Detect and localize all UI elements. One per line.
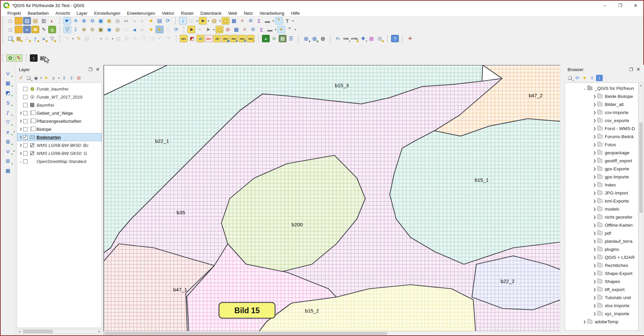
layer-item-baumfrei[interactable]: Baumfrei <box>17 101 102 109</box>
key-tool-icon[interactable]: ✦ <box>277 26 285 33</box>
layer-checkbox[interactable] <box>23 159 28 164</box>
toolbar-handle[interactable] <box>175 17 177 24</box>
expander-icon[interactable]: ❯ <box>592 111 597 114</box>
expander-icon[interactable]: ❯ <box>592 167 597 171</box>
expander-icon[interactable]: ❯ <box>592 175 597 179</box>
layer-item-bodenarten[interactable]: ❯Bodenarten <box>17 133 102 141</box>
expander-icon[interactable]: ❯ <box>18 127 23 131</box>
map-canvas[interactable]: b15_3b47_2b22_1b15_1b35b200b47_1b22_2b15… <box>103 65 560 335</box>
browser-item-tutorials-und[interactable]: ❯Tutorials und <box>565 293 638 301</box>
expander-icon[interactable]: ❯ <box>592 304 597 307</box>
run-feature-action-icon[interactable]: ◎ <box>187 17 195 24</box>
plugin-green-icon[interactable]: + <box>262 35 270 42</box>
filter-expression-icon-dropdown[interactable]: ▾ <box>57 76 60 79</box>
new-doc-icon[interactable]: □ <box>6 26 14 33</box>
deselect-features-icon[interactable]: ▢ <box>222 17 229 24</box>
color-grid-icon[interactable]: ▦ <box>368 35 375 42</box>
mag-zoom-full-icon[interactable]: ▣ <box>97 26 105 33</box>
redo-icon[interactable]: ↷ <box>165 35 172 42</box>
edit-page-icon[interactable]: ✎ <box>40 26 48 33</box>
save-project-icon[interactable]: ▤ <box>23 17 31 24</box>
select-rectangle-icon-dropdown[interactable]: ▾ <box>212 28 215 31</box>
panel-splitter[interactable] <box>560 65 564 335</box>
browser-item-csv-exporte[interactable]: ❯csv_exporte <box>565 116 638 124</box>
expander-icon[interactable]: ❯ <box>592 191 597 195</box>
mag-zoom-out-icon[interactable]: ⊖ <box>89 26 96 33</box>
label-diagram-icon[interactable]: ◩ <box>188 35 196 42</box>
mesh-grid-icon[interactable]: ⊞+ <box>4 157 12 165</box>
expander-icon[interactable]: ❯ <box>592 288 597 291</box>
layer-checkbox[interactable] <box>23 87 28 91</box>
layer-checkbox[interactable] <box>23 103 28 107</box>
select-by-expression-icon[interactable]: ▤ <box>210 17 218 24</box>
change-label-icon[interactable]: abc✎ <box>247 35 255 42</box>
expander-icon[interactable]: ❯ <box>18 135 23 139</box>
expander-icon[interactable]: ❯ <box>592 264 597 267</box>
select-cursor-disabled-icon[interactable]: ➤ <box>196 26 204 33</box>
ruler-icon-dropdown[interactable]: ▾ <box>274 28 277 31</box>
zoom-in-icon[interactable]: ⊕ <box>80 17 88 24</box>
toolbar-handle[interactable] <box>298 35 301 42</box>
toolbar-handle[interactable] <box>387 35 389 42</box>
expander-icon[interactable]: ❯ <box>592 256 597 259</box>
browser-item-beide-biotope[interactable]: ❯Beide Biotope <box>565 92 638 100</box>
crosshair-icon[interactable]: ✛ <box>406 35 414 42</box>
browser-filter-icon[interactable]: ▼ <box>581 75 588 81</box>
browser-item-shapes[interactable]: ❯Shapes <box>565 277 638 285</box>
remove-layer-icon[interactable]: ⊟ <box>75 75 82 81</box>
expander-icon[interactable]: ❯ <box>592 135 597 138</box>
new-gpx-icon[interactable]: ƒ+ <box>4 108 12 116</box>
blank-page-icon[interactable]: □ <box>164 26 172 33</box>
pin-unpin-labels-icon[interactable]: ab <box>213 35 221 42</box>
toolbar-handle[interactable] <box>59 26 62 33</box>
scroll-right-icon[interactable]: ▸ <box>97 330 102 333</box>
toolbar-handle[interactable] <box>26 54 28 61</box>
expander-icon[interactable]: ❯ <box>18 144 23 147</box>
layers-hscroll-track[interactable] <box>22 329 97 334</box>
browser-item-xyz-importe[interactable]: ❯xyz_importe <box>565 310 638 318</box>
copy-features-icon[interactable]: ❐ <box>140 35 147 42</box>
globe-binoculars-icon[interactable]: ◍ <box>319 35 327 42</box>
new-raster-icon[interactable]: ▦+ <box>4 79 12 87</box>
pan-down-icon[interactable]: ⇩ <box>72 26 79 33</box>
refresh-map-icon[interactable]: ⟳ <box>164 17 172 24</box>
toggle-editing-icon[interactable]: ✎ <box>75 35 83 42</box>
scroll-left-icon[interactable]: ◂ <box>17 330 22 333</box>
paste-features-icon[interactable]: ❏ <box>148 35 156 42</box>
calculator2-icon[interactable]: ⌗ <box>241 26 249 33</box>
layer-labeling-icon[interactable]: abc <box>180 35 187 42</box>
open-folder-icon[interactable] <box>15 26 22 33</box>
expander-icon[interactable]: ❯ <box>592 199 597 203</box>
expander-icon[interactable]: ⌄ <box>582 87 587 90</box>
expander-icon[interactable]: ❯ <box>592 247 597 251</box>
add-point-layer-icon[interactable]: ∴✱ <box>23 35 31 42</box>
menu-datenbank[interactable]: Datenbank <box>197 11 225 16</box>
statistics-icon[interactable]: Σ <box>255 17 263 24</box>
toolbar-handle[interactable] <box>59 17 62 24</box>
postgis-icon[interactable]: e+▾ <box>4 128 12 136</box>
undo-icon[interactable]: ↶ <box>156 35 164 42</box>
new-bookmark-icon[interactable]: ★ <box>147 17 155 24</box>
web-service-icon[interactable]: ◍+ <box>4 137 12 146</box>
menu-ansicht[interactable]: Ansicht <box>52 11 73 16</box>
browser-item--qgis-f-r-pilzfreun[interactable]: ⌄_QGIS für Pilzfreun <box>565 84 638 92</box>
new-spatialite-icon[interactable]: S+ <box>4 99 12 107</box>
show-hide-labels-icon[interactable]: abc◉ <box>222 35 229 42</box>
save-edits-icon[interactable]: ▤ <box>83 35 91 42</box>
menu-einstellungen[interactable]: Einstellungen <box>91 11 124 16</box>
new-project-icon[interactable]: □ <box>6 17 14 24</box>
zoom-out-icon[interactable]: ⊖ <box>89 17 96 24</box>
browser-item-tiff-export[interactable]: ❯tiff_export <box>565 285 638 293</box>
add-selected-layer-icon[interactable]: ❏+ <box>567 75 573 81</box>
mag-zoom-layer-icon[interactable]: ◎ <box>114 26 121 33</box>
expander-icon[interactable]: ⌄ <box>18 159 23 164</box>
menu-projekt[interactable]: Projekt <box>4 11 24 16</box>
browser-collapse-icon[interactable]: ⇧ <box>589 75 595 81</box>
add-vector-layer-icon[interactable]: ❏✱ <box>6 35 14 42</box>
toolbar-handle[interactable] <box>183 26 186 33</box>
browser-item-geopackage[interactable]: ❯geopackage <box>565 149 638 157</box>
browser-item-fotos[interactable]: ❯Fotos <box>565 141 638 149</box>
database-icon[interactable]: ☰ <box>287 35 295 42</box>
layer-checkbox[interactable] <box>23 95 28 99</box>
grid-export-icon[interactable]: ⊞✱ <box>376 35 384 42</box>
